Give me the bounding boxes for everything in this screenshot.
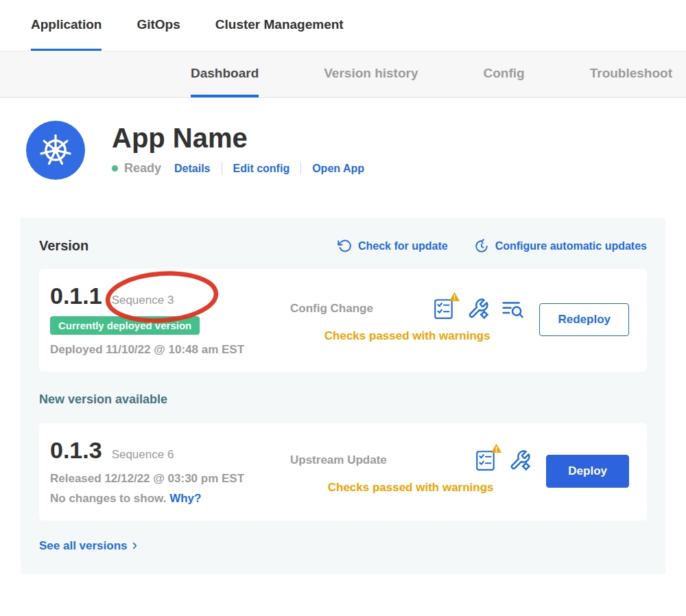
deployed-timestamp: Deployed 11/10/22 @ 10:48 am EST [50,343,278,357]
preflight-checklist-icon[interactable] [432,297,456,320]
new-version-mid-row: Upstream Update [290,449,531,472]
top-nav: Application GitOps Cluster Management [0,0,686,51]
check-for-update-label: Check for update [358,240,448,252]
tab-dashboard-label: Dashboard [191,66,259,81]
link-divider [222,162,222,175]
tab-gitops[interactable]: GitOps [137,0,180,51]
tab-troubleshoot[interactable]: Troubleshoot [590,51,672,97]
tab-config[interactable]: Config [484,51,525,97]
see-all-versions-label: See all versions [39,539,128,553]
app-status-row: Ready Details Edit config Open App [112,161,364,176]
details-link[interactable]: Details [174,163,210,175]
why-link[interactable]: Why? [169,492,201,505]
deploy-button[interactable]: Deploy [546,455,629,488]
current-version-sequence: Sequence 3 [112,294,174,307]
kubernetes-logo-icon [26,121,85,180]
current-version-mid-row: Config Change [290,297,524,320]
current-version-number: 0.1.1 [50,283,102,309]
redeploy-button[interactable]: Redeploy [539,303,629,336]
tab-application[interactable]: Application [31,0,102,51]
checks-status-text: Checks passed with warnings [290,329,524,343]
app-header-text: App Name Ready Details Edit config Open … [112,121,364,176]
current-version-row: 0.1.1 Sequence 3 [50,283,278,309]
warning-triangle-icon [490,443,502,453]
link-divider [300,162,301,175]
new-version-middle: Upstream Update [278,449,546,495]
configure-automatic-updates-button[interactable]: Configure automatic updates [474,239,647,254]
change-type-label: Upstream Update [290,453,387,467]
edit-config-link[interactable]: Edit config [233,163,290,175]
new-version-row: 0.1.3 Sequence 6 [50,437,278,464]
view-files-search-icon[interactable] [501,298,524,320]
tab-gitops-label: GitOps [137,17,180,32]
checks-status-text: Checks passed with warnings [290,481,531,495]
refresh-icon [338,239,352,253]
new-version-check-icons [474,449,531,472]
version-panel: Version Check for update [21,217,665,574]
clock-refresh-icon [474,239,489,254]
tab-cluster-management[interactable]: Cluster Management [215,0,344,51]
config-wrench-icon[interactable] [509,449,531,471]
released-timestamp: Released 12/12/22 @ 03:30 pm EST [50,472,278,486]
app-header: App Name Ready Details Edit config Open … [0,98,686,180]
new-version-sequence: Sequence 6 [112,448,174,462]
page-title: App Name [112,123,364,152]
tab-cluster-management-label: Cluster Management [215,17,344,32]
chevron-right-icon: › [132,538,137,553]
tab-dashboard[interactable]: Dashboard [191,51,259,97]
open-app-link[interactable]: Open App [312,163,364,175]
tab-version-history[interactable]: Version history [324,51,418,97]
change-type-label: Config Change [290,302,373,316]
preflight-checklist-icon[interactable] [474,449,497,472]
warning-triangle-icon [449,292,460,302]
current-version-info: 0.1.1 Sequence 3 Currently deployed vers… [50,283,278,357]
no-changes-text: No changes to show. Why? [50,492,278,506]
current-version-check-icons [432,297,524,320]
version-heading: Version [39,238,88,254]
sub-nav: Dashboard Version history Config Trouble… [0,51,686,98]
currently-deployed-badge: Currently deployed version [50,316,200,335]
new-version-heading: New version available [39,392,647,407]
tab-application-label: Application [31,17,102,32]
config-wrench-icon[interactable] [467,298,489,320]
version-panel-header: Version Check for update [39,238,647,254]
current-version-card: 0.1.1 Sequence 3 Currently deployed vers… [39,269,647,372]
tab-config-label: Config [484,66,525,81]
status-dot-icon [112,165,118,171]
status-badge: Ready [124,161,161,176]
configure-automatic-updates-label: Configure automatic updates [495,240,647,252]
new-version-card: 0.1.3 Sequence 6 Released 12/12/22 @ 03:… [39,423,647,521]
no-changes-label: No changes to show. [50,492,166,505]
current-version-middle: Config Change [278,297,539,343]
version-actions: Check for update Configure automatic upd… [338,239,647,254]
tab-version-history-label: Version history [324,66,418,81]
new-version-number: 0.1.3 [50,437,102,464]
see-all-versions-link[interactable]: See all versions › [39,538,137,554]
tab-troubleshoot-label: Troubleshoot [590,66,672,81]
new-version-info: 0.1.3 Sequence 6 Released 12/12/22 @ 03:… [50,437,278,506]
check-for-update-button[interactable]: Check for update [338,239,448,253]
